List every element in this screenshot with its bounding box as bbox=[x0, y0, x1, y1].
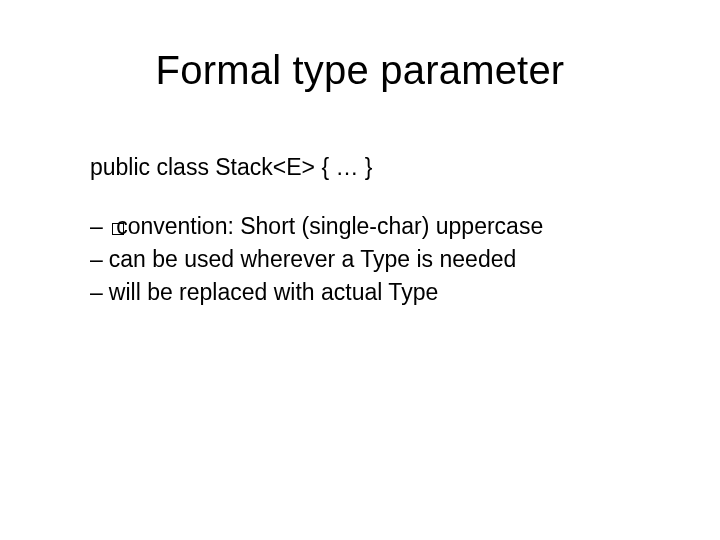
bullet-text: convention: Short (single-char) uppercas… bbox=[116, 213, 543, 239]
bullet-list: – convention: Short (single-char) upperc… bbox=[90, 211, 660, 308]
list-item: – will be replaced with actual Type bbox=[90, 277, 660, 308]
bullet-text: can be used wherever a Type is needed bbox=[109, 244, 516, 275]
slide-title: Formal type parameter bbox=[0, 48, 720, 93]
bullet-text-wrap: convention: Short (single-char) uppercas… bbox=[112, 211, 543, 242]
code-example: public class Stack<E> { … } bbox=[90, 152, 660, 183]
list-item: – can be used wherever a Type is needed bbox=[90, 244, 660, 275]
slide-body: public class Stack<E> { … } – convention… bbox=[90, 152, 660, 310]
list-item: – convention: Short (single-char) upperc… bbox=[90, 211, 660, 242]
bullet-dash: – bbox=[90, 211, 106, 242]
slide: Formal type parameter public class Stack… bbox=[0, 0, 720, 540]
bullet-text: will be replaced with actual Type bbox=[109, 277, 438, 308]
bullet-dash: – bbox=[90, 277, 103, 308]
square-icon bbox=[112, 223, 124, 235]
bullet-dash: – bbox=[90, 244, 103, 275]
